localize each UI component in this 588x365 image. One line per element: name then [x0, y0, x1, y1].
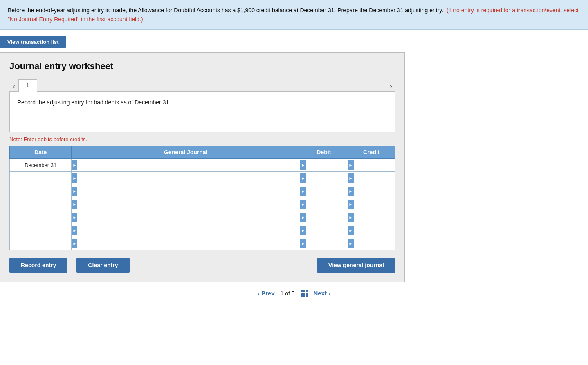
- gj-arrow-2[interactable]: ►: [72, 173, 77, 183]
- header-general-journal: General Journal: [72, 146, 300, 159]
- header-credit: Credit: [348, 146, 395, 159]
- table-row: ► ► ►: [10, 198, 395, 211]
- debit-arrow-2[interactable]: ►: [300, 173, 306, 183]
- worksheet-container: Journal entry worksheet ‹ 1 › Record the…: [0, 52, 405, 282]
- debit-input-4[interactable]: [306, 200, 347, 209]
- prev-button[interactable]: ‹ Prev: [258, 290, 275, 297]
- gj-arrow-3[interactable]: ►: [72, 187, 77, 196]
- credit-cell-6: ►: [348, 224, 395, 237]
- gj-cell-5: ►: [72, 211, 300, 224]
- tab-1[interactable]: 1: [18, 79, 37, 92]
- debit-cell-5: ►: [300, 211, 348, 224]
- gj-arrow-4[interactable]: ►: [72, 200, 77, 209]
- worksheet-description-text: Record the adjusting entry for bad debts…: [17, 99, 171, 106]
- record-entry-button[interactable]: Record entry: [9, 258, 67, 273]
- gj-cell-1: ►: [72, 159, 300, 172]
- gj-cell-7: ►: [72, 237, 300, 250]
- header-debit: Debit: [300, 146, 348, 159]
- worksheet-description-box: Record the adjusting entry for bad debts…: [9, 91, 395, 132]
- gj-input-2[interactable]: [77, 173, 300, 183]
- header-date: Date: [10, 146, 72, 159]
- table-row: ► ► ►: [10, 211, 395, 224]
- gj-arrow-6[interactable]: ►: [72, 226, 77, 235]
- credit-cell-4: ►: [348, 198, 395, 211]
- instruction-main-text: Before the end-of-year adjusting entry i…: [8, 7, 443, 14]
- gj-input-3[interactable]: [77, 187, 300, 196]
- tab-next-arrow[interactable]: ›: [386, 81, 395, 91]
- credit-cell-1: ►: [348, 159, 395, 172]
- debit-arrow-7[interactable]: ►: [300, 239, 306, 248]
- date-cell-1: December 31: [10, 159, 72, 172]
- next-button[interactable]: Next ›: [314, 290, 331, 297]
- credit-input-4[interactable]: [354, 200, 395, 209]
- gj-input-6[interactable]: [77, 226, 300, 235]
- table-row: December 31 ► ► ►: [10, 159, 395, 172]
- credit-arrow-6[interactable]: ►: [348, 226, 354, 235]
- gj-arrow-1[interactable]: ►: [72, 160, 77, 170]
- tab-navigation: ‹ 1 ›: [9, 79, 395, 91]
- gj-cell-4: ►: [72, 198, 300, 211]
- debit-credit-note: Note: Enter debits before credits.: [9, 136, 395, 142]
- date-cell-2: [10, 172, 72, 185]
- debit-input-5[interactable]: [306, 213, 347, 222]
- debit-input-6[interactable]: [306, 226, 347, 235]
- gj-input-5[interactable]: [77, 213, 300, 222]
- gj-input-1[interactable]: [77, 160, 300, 170]
- gj-cell-6: ►: [72, 224, 300, 237]
- pagination-row: ‹ Prev 1 of 5 Next ›: [0, 289, 588, 297]
- table-row: ► ► ►: [10, 172, 395, 185]
- credit-cell-7: ►: [348, 237, 395, 250]
- debit-arrow-4[interactable]: ►: [300, 200, 306, 209]
- debit-arrow-1[interactable]: ►: [300, 160, 306, 170]
- credit-arrow-7[interactable]: ►: [348, 239, 354, 248]
- debit-cell-6: ►: [300, 224, 348, 237]
- date-cell-5: [10, 211, 72, 224]
- debit-input-2[interactable]: [306, 173, 347, 183]
- debit-cell-7: ►: [300, 237, 348, 250]
- credit-arrow-1[interactable]: ►: [348, 160, 354, 170]
- credit-input-2[interactable]: [354, 173, 395, 183]
- table-row: ► ► ►: [10, 224, 395, 237]
- credit-arrow-4[interactable]: ►: [348, 200, 354, 209]
- date-cell-4: [10, 198, 72, 211]
- credit-cell-3: ►: [348, 185, 395, 198]
- date-cell-6: [10, 224, 72, 237]
- page-info: 1 of 5: [280, 290, 294, 297]
- grid-view-icon[interactable]: [301, 289, 308, 297]
- button-row: Record entry Clear entry View general jo…: [9, 258, 395, 273]
- credit-arrow-5[interactable]: ►: [348, 213, 354, 222]
- credit-arrow-2[interactable]: ►: [348, 173, 354, 183]
- debit-arrow-3[interactable]: ►: [300, 187, 306, 196]
- credit-input-1[interactable]: [354, 160, 395, 170]
- debit-arrow-6[interactable]: ►: [300, 226, 306, 235]
- debit-input-1[interactable]: [306, 160, 347, 170]
- gj-arrow-5[interactable]: ►: [72, 213, 77, 222]
- journal-table: Date General Journal Debit Credit Decemb…: [9, 146, 395, 250]
- debit-cell-3: ►: [300, 185, 348, 198]
- view-transaction-button[interactable]: View transaction list: [0, 36, 66, 48]
- instruction-box: Before the end-of-year adjusting entry i…: [0, 0, 588, 30]
- table-row: ► ► ►: [10, 185, 395, 198]
- worksheet-title: Journal entry worksheet: [9, 61, 395, 72]
- tab-prev-arrow[interactable]: ‹: [9, 81, 18, 91]
- debit-input-7[interactable]: [306, 239, 347, 248]
- debit-arrow-5[interactable]: ►: [300, 213, 306, 222]
- credit-input-7[interactable]: [354, 239, 395, 248]
- debit-input-3[interactable]: [306, 187, 347, 196]
- gj-input-7[interactable]: [77, 239, 300, 248]
- debit-cell-2: ►: [300, 172, 348, 185]
- gj-arrow-7[interactable]: ►: [72, 239, 77, 248]
- clear-entry-button[interactable]: Clear entry: [76, 258, 129, 273]
- credit-input-3[interactable]: [354, 187, 395, 196]
- date-cell-7: [10, 237, 72, 250]
- credit-arrow-3[interactable]: ►: [348, 187, 354, 196]
- view-general-journal-button[interactable]: View general journal: [317, 258, 395, 273]
- table-row: ► ► ►: [10, 237, 395, 250]
- credit-cell-2: ►: [348, 172, 395, 185]
- debit-cell-1: ►: [300, 159, 348, 172]
- gj-cell-2: ►: [72, 172, 300, 185]
- debit-cell-4: ►: [300, 198, 348, 211]
- gj-input-4[interactable]: [77, 200, 300, 209]
- credit-input-5[interactable]: [354, 213, 395, 222]
- credit-input-6[interactable]: [354, 226, 395, 235]
